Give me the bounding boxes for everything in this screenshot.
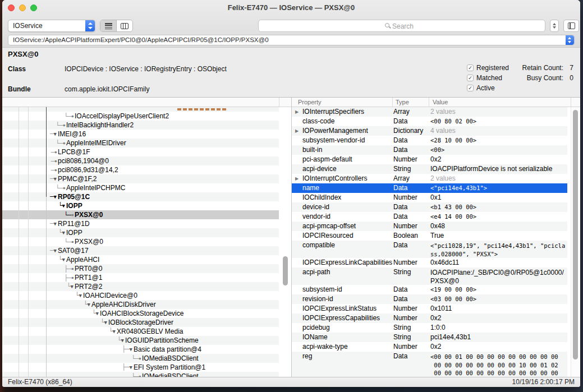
- tree-row[interactable]: └─●IOMediaBSDClient: [2, 372, 279, 377]
- property-row[interactable]: pci-aspm-defaultNumber0x2: [292, 155, 567, 164]
- tree-row[interactable]: ├─●PRT0@0: [2, 264, 279, 273]
- property-row[interactable]: IOPCIResourcedBooleanTrue: [292, 231, 567, 241]
- disclosure-triangle[interactable]: ├─▼: [118, 363, 132, 372]
- active-checkbox[interactable]: ✓: [467, 85, 474, 91]
- property-row[interactable]: IOPCIExpressLinkStatusNumber0x1011: [292, 304, 567, 313]
- property-type: Array: [393, 107, 430, 117]
- property-row[interactable]: ▶IOInterruptControllersArray2 values: [292, 174, 567, 183]
- property-row[interactable]: device-idData<b1 43 00 00>: [292, 202, 567, 212]
- disclosure-triangle[interactable]: └▼: [101, 327, 116, 336]
- property-name: pcidebug: [302, 323, 393, 333]
- property-row[interactable]: subsystem-idData<19 00 00 00>: [292, 285, 567, 294]
- tree-row[interactable]: └▼IOPP: [2, 201, 279, 210]
- matched-checkbox[interactable]: ✓: [467, 75, 474, 81]
- tree-row[interactable]: └▼PRT2@2: [2, 282, 279, 291]
- tree-row[interactable]: └▼AppleAHCIDiskDriver: [2, 300, 279, 309]
- disclosure-triangle[interactable]: ─▼: [42, 130, 57, 139]
- registered-checkbox[interactable]: ✓: [467, 64, 474, 71]
- tree-row[interactable]: ─●pci8086,1904@0: [2, 156, 279, 165]
- disclosure-triangle[interactable]: └▼: [84, 309, 99, 318]
- property-row[interactable]: vendor-idData<e4 14 00 00>: [292, 212, 567, 222]
- property-row[interactable]: acpi-wake-typeNumber0x2: [292, 342, 567, 352]
- expand-arrow-icon[interactable]: ▶: [295, 174, 302, 183]
- property-name: IOInterruptSpecifiers: [302, 107, 393, 117]
- tree-row[interactable]: ─●LPCB@1F: [2, 147, 279, 156]
- disclosure-triangle[interactable]: └▼: [51, 255, 65, 264]
- plane-selector-popup[interactable]: IOService: [8, 20, 95, 32]
- property-row[interactable]: acpi-pmcap-offsetNumber0x48: [292, 222, 567, 231]
- tree-row[interactable]: └─●PXSX@0: [2, 210, 279, 219]
- tree-scrollbar-thumb[interactable]: [283, 256, 288, 285]
- disclosure-triangle[interactable]: ─▼: [42, 246, 57, 255]
- column-header-value[interactable]: Value: [433, 99, 448, 105]
- disclosure-triangle[interactable]: └▼: [109, 336, 124, 345]
- property-row[interactable]: acpi-deviceStringIOACPIPlatformDevice is…: [292, 164, 567, 174]
- tree-row[interactable]: └─●AppleIntelMEIDriver: [2, 139, 279, 147]
- tree-row[interactable]: ─●pci8086,9d31@14,2: [2, 165, 279, 174]
- tree-row[interactable]: ─▼SAT0@17: [2, 246, 279, 255]
- expand-arrow-icon[interactable]: ▶: [295, 126, 302, 136]
- outline-view-button[interactable]: [100, 20, 116, 31]
- tree-row[interactable]: └─●IOMediaBSDClient: [2, 354, 279, 363]
- property-row[interactable]: revision-idData<03 00 00 00>: [292, 294, 567, 304]
- property-row[interactable]: class-codeData<00 80 02 00>: [292, 117, 567, 126]
- tree-row[interactable]: └─●PXSX@0: [2, 237, 279, 246]
- search-history-stepper[interactable]: [550, 20, 559, 32]
- disclosure-triangle[interactable]: └▼: [51, 201, 65, 210]
- property-value: <03 00 00 00>: [430, 294, 567, 304]
- column-header-type[interactable]: Type: [396, 99, 409, 105]
- tree-row[interactable]: ─▼IMEI@16: [2, 130, 279, 139]
- property-row[interactable]: subsystem-vendor-idData<28 10 00 00>: [292, 136, 567, 145]
- tree-connector: ├─●: [59, 264, 74, 274]
- tree-row[interactable]: └─●AppleIntelPCHPMC: [2, 183, 279, 192]
- property-row[interactable]: pcidebugString1:0:0: [292, 323, 567, 333]
- tree-row[interactable]: ─▼RP05@1C: [2, 192, 279, 201]
- tree-row[interactable]: └─●IntelBacklightHandler2: [2, 121, 279, 130]
- tree-row[interactable]: ─▼PPMC@1F,2: [2, 174, 279, 183]
- tree-row[interactable]: └▼IOPP: [2, 228, 279, 237]
- disclosure-triangle[interactable]: ─▼: [42, 174, 57, 183]
- tree-row[interactable]: └▼XR0480GEBLV Media: [2, 327, 279, 336]
- disclosure-triangle[interactable]: ─▼: [42, 192, 57, 201]
- disclosure-triangle[interactable]: ├─▼: [118, 345, 132, 354]
- tree-row[interactable]: └▼IOAHCIBlockStorageDevice: [2, 309, 279, 318]
- property-row[interactable]: IOPCIExpressCapabilitiesNumber0x2: [292, 313, 567, 323]
- disclosure-triangle[interactable]: └▼: [59, 282, 74, 291]
- column-header-property[interactable]: Property: [298, 99, 322, 105]
- property-row[interactable]: built-inData<00>: [292, 145, 567, 155]
- tree-row-clipped[interactable]: [2, 107, 279, 112]
- property-row[interactable]: IOChildIndexNumber0x1: [292, 193, 567, 202]
- column-view-button[interactable]: [117, 20, 132, 31]
- search-input[interactable]: [259, 20, 547, 33]
- tree-row[interactable]: ─▼RP11@1D: [2, 219, 279, 228]
- table-scrollbar-thumb[interactable]: [573, 110, 578, 359]
- tree-row[interactable]: ├─▼EFI System Partition@1: [2, 363, 279, 372]
- property-row[interactable]: nameData<"pci14e4,43b1">: [292, 183, 567, 193]
- title-bar[interactable]: Felix-E7470 — IOService — PXSX@0: [2, 0, 580, 15]
- tree-row[interactable]: └▼IOBlockStorageDriver: [2, 318, 279, 327]
- tree-row[interactable]: ├─●PRT1@1: [2, 273, 279, 282]
- disclosure-triangle[interactable]: └▼: [51, 228, 65, 237]
- tree-row[interactable]: └▼IOGUIDPartitionScheme: [2, 336, 279, 345]
- disclosure-triangle[interactable]: └▼: [67, 291, 82, 300]
- search-field[interactable]: [258, 20, 545, 32]
- property-row[interactable]: IOPCIExpressLinkCapabilitiesNumber0x46dc…: [292, 258, 567, 268]
- disclosure-triangle[interactable]: └▼: [93, 318, 107, 327]
- property-row[interactable]: acpi-pathStringIOACPIPlane:/_SB/PCI0@0/R…: [292, 268, 567, 285]
- tree-row[interactable]: └▼IOAHCIDevice@0: [2, 291, 279, 300]
- expand-arrow-icon[interactable]: ▶: [295, 107, 302, 117]
- path-popup[interactable]: IOService:/AppleACPIPlatformExpert/PCI0@…: [8, 35, 575, 45]
- property-row[interactable]: compatibleData<"pci1028,19", "pci14e4,43…: [292, 241, 567, 258]
- busy-count-label: Busy Count:: [496, 74, 563, 82]
- property-row[interactable]: ▶IOInterruptSpecifiersArray2 values: [292, 107, 567, 117]
- disclosure-triangle[interactable]: └▼: [76, 300, 90, 309]
- disclosure-triangle[interactable]: ─▼: [42, 219, 57, 228]
- property-row[interactable]: IONameStringpci14e4,43b1: [292, 333, 567, 342]
- property-type: Array: [393, 174, 430, 183]
- tree-row[interactable]: └▼AppleAHCI: [2, 255, 279, 264]
- property-row[interactable]: ▶IOPowerManagementDictionary4 values: [292, 126, 567, 136]
- inspector-toggle-button[interactable]: [563, 20, 579, 32]
- tree-row[interactable]: └─●IOAccelDisplayPipeUserClient2: [2, 112, 279, 121]
- tree-row[interactable]: ├─▼Basic data partition@4: [2, 345, 279, 354]
- property-row[interactable]: regData<00 00 01 00 00 00 00 00 00 00 00…: [292, 352, 567, 377]
